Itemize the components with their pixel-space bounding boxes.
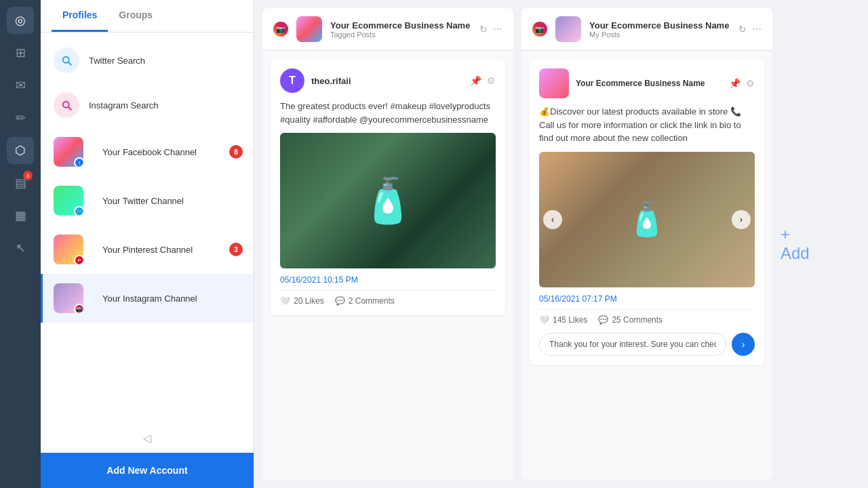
reply-input[interactable] — [539, 333, 726, 356]
column-tagged-header: 📷 Your Ecommerce Business Name Tagged Po… — [262, 8, 513, 51]
twitter-search-icon-container — [54, 47, 79, 73]
column2-platform-icon: 📷 — [532, 22, 547, 37]
sidebar-list: Twitter Search Instagram Search f Your F… — [41, 33, 254, 424]
reply-bar: › — [539, 333, 755, 356]
instagram-search-icon-container — [54, 92, 79, 118]
post1-date: 05/16/2021 10:15 PM — [280, 275, 496, 285]
facebook-badge-icon: f — [74, 157, 83, 167]
sidebar-tabs: Profiles Groups — [41, 0, 254, 33]
instagram-channel-label: Your Instagram Channel — [102, 293, 243, 304]
image-next-button[interactable]: › — [732, 210, 751, 229]
calendar-icon: ▦ — [15, 208, 26, 223]
add-column-label: + Add — [781, 225, 821, 263]
column1-actions: ↻ ⋯ — [479, 24, 502, 35]
refresh-icon[interactable]: ↻ — [479, 24, 488, 35]
column1-account-name: Your Ecommerce Business Name — [330, 20, 471, 30]
post2-text: 💰Discover our latest products available … — [539, 105, 755, 145]
facebook-channel-label: Your Facebook Channel — [102, 147, 229, 157]
column1-account-avatar — [296, 16, 322, 42]
sidebar: Profiles Groups Twitter Search Instagram… — [41, 0, 254, 488]
icon-bar-cursor[interactable]: ↖ — [7, 235, 34, 262]
pinterest-badge-icon: P — [74, 255, 83, 264]
icon-bar-inbox[interactable]: ✉ — [7, 72, 34, 99]
column-my-posts: 📷 Your Ecommerce Business Name My Posts … — [521, 8, 772, 480]
column2-account-avatar — [555, 16, 581, 42]
post2-avatar — [539, 68, 569, 98]
post1-avatar: T — [280, 68, 304, 93]
twitter-channel-avatar-container: 🐦 — [54, 186, 83, 216]
column-tagged-posts: 📷 Your Ecommerce Business Name Tagged Po… — [262, 8, 513, 480]
settings-icon[interactable]: ⚙ — [487, 75, 496, 86]
add-new-account-button[interactable]: Add New Account — [41, 453, 254, 488]
icon-bar-logo[interactable]: ◎ — [7, 7, 34, 34]
facebook-channel-avatar-container: f — [54, 137, 83, 167]
column2-body: Your Ecommerce Business Name 📌 ⚙ 💰Discov… — [521, 51, 772, 480]
sidebar-item-twitter-search[interactable]: Twitter Search — [41, 38, 254, 83]
sidebar-item-facebook-channel[interactable]: f Your Facebook Channel 8 — [41, 127, 254, 176]
icon-bar-calendar[interactable]: ▦ — [7, 202, 34, 229]
compose-icon: ✏ — [16, 110, 26, 125]
dashboard-icon: ⊞ — [16, 45, 26, 60]
post1-comments: 💬 2 Comments — [335, 296, 395, 306]
column1-info: Your Ecommerce Business Name Tagged Post… — [330, 20, 471, 39]
instagram-search-label: Instagram Search — [89, 100, 243, 110]
instagram-badge-icon: 📷 — [74, 304, 83, 313]
heart-icon: 🤍 — [280, 296, 290, 306]
column2-actions: ↻ ⋯ — [738, 24, 762, 35]
post2-date: 05/16/2021 07:17 PM — [539, 294, 755, 304]
image-prev-button[interactable]: ‹ — [543, 210, 562, 229]
facebook-notification-badge: 8 — [229, 145, 243, 159]
column1-body: T theo.rifaii 📌 ⚙ The greatest products … — [262, 51, 513, 480]
icon-bar-connections[interactable]: ⬡ — [7, 137, 34, 164]
inbox-icon: ✉ — [16, 78, 26, 93]
reply-send-button[interactable]: › — [732, 333, 755, 356]
column2-account-name: Your Ecommerce Business Name — [589, 20, 730, 30]
pin-icon[interactable]: 📌 — [470, 75, 481, 86]
icon-bar-reports[interactable]: ▤ 3 — [7, 169, 34, 197]
post2-image-container: 🧴 ‹ › — [539, 152, 755, 287]
post1-actions: 📌 ⚙ — [470, 75, 496, 86]
post2-image: 🧴 — [539, 152, 755, 287]
twitter-channel-label: Your Twitter Channel — [102, 196, 243, 206]
pinterest-notification-badge: 3 — [229, 243, 243, 256]
pin2-icon[interactable]: 📌 — [729, 78, 741, 89]
logo-icon: ◎ — [15, 13, 26, 28]
refresh2-icon[interactable]: ↻ — [738, 24, 747, 35]
post1-footer: 🤍 20 Likes 💬 2 Comments — [280, 290, 496, 306]
sidebar-item-twitter-channel[interactable]: 🐦 Your Twitter Channel — [41, 176, 254, 225]
column2-header: 📷 Your Ecommerce Business Name My Posts … — [521, 8, 772, 51]
reports-badge: 3 — [23, 171, 33, 180]
more-options-icon[interactable]: ⋯ — [493, 24, 502, 35]
tab-profiles[interactable]: Profiles — [52, 0, 108, 32]
icon-bar: ◎ ⊞ ✉ ✏ ⬡ ▤ 3 ▦ ↖ — [0, 0, 41, 488]
instagram-channel-avatar-container: 📷 — [54, 283, 83, 313]
icon-bar-compose[interactable]: ✏ — [7, 104, 34, 131]
settings2-icon[interactable]: ⚙ — [746, 78, 755, 89]
column1-sub-label: Tagged Posts — [330, 30, 471, 39]
post-card-tagged: T theo.rifaii 📌 ⚙ The greatest products … — [271, 59, 505, 315]
column2-info: Your Ecommerce Business Name My Posts — [589, 20, 730, 39]
sidebar-item-instagram-search[interactable]: Instagram Search — [41, 83, 254, 127]
connections-icon: ⬡ — [15, 143, 26, 158]
chevron-left-icon: ◁ — [143, 432, 151, 445]
icon-bar-dashboard[interactable]: ⊞ — [7, 39, 34, 66]
column1-platform-icon: 📷 — [273, 22, 288, 37]
comment2-icon: 💬 — [598, 315, 608, 325]
more-options2-icon[interactable]: ⋯ — [752, 24, 762, 35]
add-column-button[interactable]: + Add — [781, 8, 821, 480]
tab-groups[interactable]: Groups — [108, 0, 163, 32]
post1-text: The greatest products ever! #makeup #lov… — [280, 100, 496, 126]
collapse-button[interactable]: ◁ — [41, 424, 254, 453]
comment-icon: 💬 — [335, 296, 345, 306]
post1-username: theo.rifaii — [311, 76, 351, 86]
twitter-badge-icon: 🐦 — [74, 206, 83, 216]
post2-footer: 🤍 145 Likes 💬 25 Comments — [539, 309, 755, 325]
sidebar-item-instagram-channel[interactable]: 📷 Your Instagram Channel — [41, 274, 254, 323]
sidebar-item-pinterest-channel[interactable]: P Your Pinterest Channel 3 — [41, 225, 254, 274]
main-content: 📷 Your Ecommerce Business Name Tagged Po… — [254, 0, 868, 488]
post2-likes: 🤍 145 Likes — [539, 315, 587, 325]
cursor-icon: ↖ — [16, 241, 26, 256]
post1-likes: 🤍 20 Likes — [280, 296, 324, 306]
post2-image-emoji: 🧴 — [627, 201, 667, 239]
twitter-search-label: Twitter Search — [89, 56, 243, 66]
